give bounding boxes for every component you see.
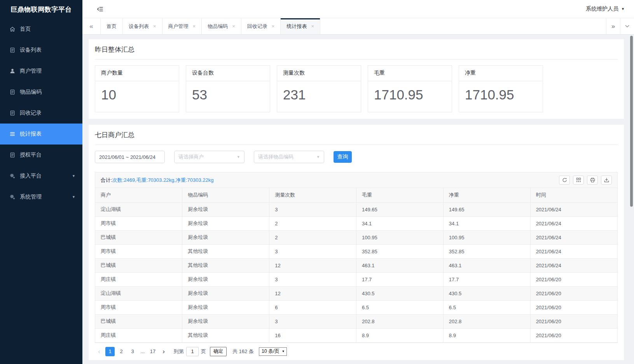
page-button-3[interactable]: 3 xyxy=(128,347,137,356)
table-row[interactable]: 周庄镇 其他垃圾 16 8.9 8.9 2021/06/20 xyxy=(95,328,617,342)
sidebar-item-item-code[interactable]: 物品编码 xyxy=(0,82,82,103)
report-title: 七日商户汇总 xyxy=(95,125,618,145)
sidebar-item-auth-platform[interactable]: 授权平台 xyxy=(0,145,82,165)
cell-merchant: 巴城镇 xyxy=(95,230,182,244)
export-button[interactable] xyxy=(601,176,612,185)
item-code-select[interactable]: 请选择物品编码 ▼ xyxy=(254,151,324,163)
tab-statistics-report[interactable]: 统计报表 × xyxy=(281,18,320,34)
chevron-down-icon xyxy=(624,23,631,30)
cell-gross-weight: 8.9 xyxy=(356,328,443,342)
goto-page-input[interactable] xyxy=(186,347,199,356)
cell-net-weight: 17.7 xyxy=(443,272,530,286)
report-panel: 七日商户汇总 请选择商户 ▼ 请选择物品编码 ▼ 查询 合计: xyxy=(89,125,624,360)
cell-date: 2021/06/24 xyxy=(530,216,617,230)
stat-value: 1710.95 xyxy=(459,81,543,112)
tabs-scroll-right-button[interactable]: » xyxy=(606,18,620,34)
table-row[interactable]: 巴城镇 厨余垃圾 2 100.95 100.95 2021/06/24 xyxy=(95,230,617,244)
gear-icon xyxy=(9,173,16,179)
tabs-options-button[interactable] xyxy=(620,18,634,34)
overview-title: 昨日整体汇总 xyxy=(95,39,618,59)
prev-page-button[interactable]: ‹ xyxy=(95,347,103,356)
document-icon xyxy=(9,110,16,116)
close-icon[interactable]: × xyxy=(311,24,314,29)
cell-merchant: 周市镇 xyxy=(95,244,182,258)
cell-net-weight: 202.8 xyxy=(443,314,530,328)
table-body: 淀山湖镇 厨余垃圾 3 149.65 149.65 2021/06/24 周市镇… xyxy=(95,202,617,342)
next-page-button[interactable]: › xyxy=(159,347,168,356)
cell-measure-count: 3 xyxy=(269,244,356,258)
scrollbar-thumb[interactable] xyxy=(630,36,633,207)
tab-home[interactable]: 首页 xyxy=(101,18,123,34)
table-row[interactable]: 巴城镇 其他垃圾 12 463.1 463.1 2021/06/24 xyxy=(95,258,617,272)
tab-label: 物品编码 xyxy=(208,23,228,30)
merchant-select[interactable]: 请选择商户 ▼ xyxy=(174,151,245,163)
sidebar-item-statistics-report[interactable]: 统计报表 xyxy=(0,124,82,145)
collapse-menu-button[interactable] xyxy=(96,5,104,13)
close-icon[interactable]: × xyxy=(272,24,275,29)
cell-measure-count: 2 xyxy=(269,230,356,244)
tabbar: « 首页 设备列表 × 商户管理 × 物品编码 × 回收记录 × 统计报 xyxy=(82,18,634,35)
table-row[interactable]: 巴城镇 厨余垃圾 3 202.8 202.8 2021/06/20 xyxy=(95,314,617,328)
cell-date: 2021/06/20 xyxy=(530,328,617,342)
cell-date: 2021/06/20 xyxy=(530,314,617,328)
tab-merchant-mgmt[interactable]: 商户管理 × xyxy=(162,18,202,34)
sidebar-item-device-list[interactable]: 设备列表 xyxy=(0,40,82,61)
cell-net-weight: 6.5 xyxy=(443,300,530,314)
tab-item-code[interactable]: 物品编码 × xyxy=(202,18,241,34)
cell-item-code: 厨余垃圾 xyxy=(182,286,269,300)
confirm-button[interactable]: 确定 xyxy=(210,347,227,356)
table-row[interactable]: 周市镇 厨余垃圾 6 6.5 6.5 2021/06/20 xyxy=(95,300,617,314)
print-button[interactable] xyxy=(587,176,598,185)
sidebar-item-access-platform[interactable]: 接入平台 ▼ xyxy=(0,165,82,186)
column-settings-button[interactable] xyxy=(573,176,584,185)
cell-date: 2021/06/20 xyxy=(530,286,617,300)
cell-measure-count: 6 xyxy=(269,300,356,314)
date-range-input[interactable] xyxy=(95,151,165,163)
double-chevron-right-icon: » xyxy=(611,23,615,30)
page-button-2[interactable]: 2 xyxy=(117,347,126,356)
stat-card-gross-weight: 毛重 1710.95 xyxy=(368,65,452,112)
tab-device-list[interactable]: 设备列表 × xyxy=(123,18,162,34)
cell-date: 2021/06/24 xyxy=(530,230,617,244)
table-row[interactable]: 淀山湖镇 厨余垃圾 12 430.5 430.5 2021/06/20 xyxy=(95,286,617,300)
page-button-17[interactable]: 17 xyxy=(148,347,157,356)
sidebar-item-recycle-records[interactable]: 回收记录 xyxy=(0,103,82,124)
page-size-value: 10 条/页 xyxy=(262,348,279,355)
stat-card-merchant-count: 商户数量 10 xyxy=(95,65,179,112)
chevron-down-icon: ▼ xyxy=(237,155,240,159)
close-icon[interactable]: × xyxy=(232,24,235,29)
sidebar-item-home[interactable]: 首页 xyxy=(0,19,82,40)
search-button[interactable]: 查询 xyxy=(334,151,352,163)
stat-label: 净重 xyxy=(459,66,543,81)
close-icon[interactable]: × xyxy=(153,24,156,29)
tab-recycle-records[interactable]: 回收记录 × xyxy=(241,18,281,34)
cell-merchant: 淀山湖镇 xyxy=(95,202,182,216)
tabs-scroll-left-button[interactable]: « xyxy=(82,18,101,34)
stat-card-net-weight: 净重 1710.95 xyxy=(459,65,543,112)
user-menu[interactable]: 系统维护人员 ▼ xyxy=(586,5,625,12)
chevron-down-icon: ▼ xyxy=(72,195,75,199)
cell-merchant: 巴城镇 xyxy=(95,314,182,328)
sidebar-item-label: 首页 xyxy=(20,26,31,33)
stat-label: 设备台数 xyxy=(186,66,270,81)
report-grid: 合计: 次数:2469,毛重:70303.22kg,净重:70303.22kg xyxy=(95,172,618,343)
cell-net-weight: 430.5 xyxy=(443,286,530,300)
total-count: 共 162 条 xyxy=(232,348,254,355)
refresh-button[interactable] xyxy=(559,176,570,185)
sidebar-item-merchant-mgmt[interactable]: 商户管理 xyxy=(0,61,82,82)
topbar: 系统维护人员 ▼ xyxy=(82,0,634,18)
column-header-measure-count: 测量次数 xyxy=(269,188,356,202)
table-row[interactable]: 周市镇 厨余垃圾 2 34.1 34.1 2021/06/24 xyxy=(95,216,617,230)
tab-label: 回收记录 xyxy=(247,23,267,30)
table-row[interactable]: 淀山湖镇 厨余垃圾 3 149.65 149.65 2021/06/24 xyxy=(95,202,617,216)
refresh-icon xyxy=(562,177,568,183)
table-row[interactable]: 周市镇 其他垃圾 3 352.85 352.85 2021/06/24 xyxy=(95,244,617,258)
cell-merchant: 周庄镇 xyxy=(95,328,182,342)
close-icon[interactable]: × xyxy=(193,24,196,29)
page-size-select[interactable]: 10 条/页 ▼ xyxy=(259,347,287,356)
table-row[interactable]: 周庄镇 厨余垃圾 3 17.7 17.7 2021/06/20 xyxy=(95,272,617,286)
stat-label: 测量次数 xyxy=(277,66,361,81)
cell-measure-count: 3 xyxy=(269,272,356,286)
sidebar-item-system-mgmt[interactable]: 系统管理 ▼ xyxy=(0,186,82,207)
page-button-1[interactable]: 1 xyxy=(105,347,115,356)
